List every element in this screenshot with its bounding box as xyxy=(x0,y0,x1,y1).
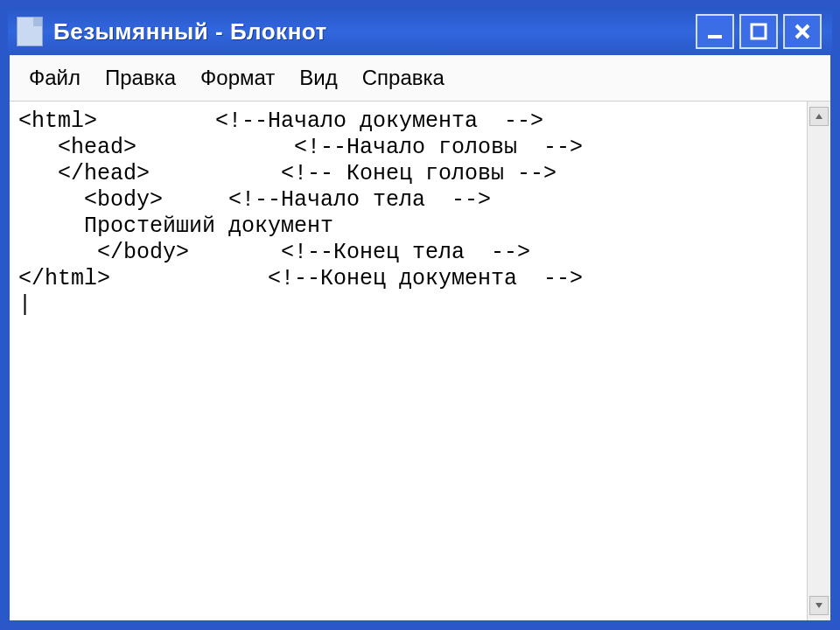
svg-marker-5 xyxy=(816,603,822,608)
chevron-down-icon xyxy=(815,601,823,610)
text-editor[interactable]: <html> <!--Начало документа --> <head> <… xyxy=(10,102,807,620)
menu-edit[interactable]: Правка xyxy=(94,60,190,95)
window-title: Безымянный - Блокнот xyxy=(53,18,696,46)
vertical-scrollbar[interactable] xyxy=(807,102,830,620)
menu-view[interactable]: Вид xyxy=(289,60,351,95)
maximize-button[interactable] xyxy=(739,14,778,49)
svg-rect-0 xyxy=(708,35,722,38)
scroll-up-button[interactable] xyxy=(809,107,829,126)
menu-bar: Файл Правка Формат Вид Справка xyxy=(10,55,830,102)
notepad-icon xyxy=(17,17,43,46)
menu-file[interactable]: Файл xyxy=(18,60,94,95)
editor-area: <html> <!--Начало документа --> <head> <… xyxy=(10,102,830,620)
close-icon xyxy=(793,22,812,41)
window-frame: Безымянный - Блокнот Файл xyxy=(5,5,835,625)
scroll-down-button[interactable] xyxy=(809,596,829,615)
titlebar[interactable]: Безымянный - Блокнот xyxy=(8,8,832,55)
minimize-icon xyxy=(705,22,724,41)
client-area: Файл Правка Формат Вид Справка <html> <!… xyxy=(8,55,832,622)
close-button[interactable] xyxy=(783,14,822,49)
chevron-up-icon xyxy=(815,112,823,121)
menu-help[interactable]: Справка xyxy=(352,60,458,95)
svg-marker-4 xyxy=(816,114,822,119)
menu-format[interactable]: Формат xyxy=(190,60,289,95)
svg-rect-1 xyxy=(752,24,766,38)
maximize-icon xyxy=(749,22,768,41)
minimize-button[interactable] xyxy=(696,14,734,49)
window-controls xyxy=(696,14,822,49)
